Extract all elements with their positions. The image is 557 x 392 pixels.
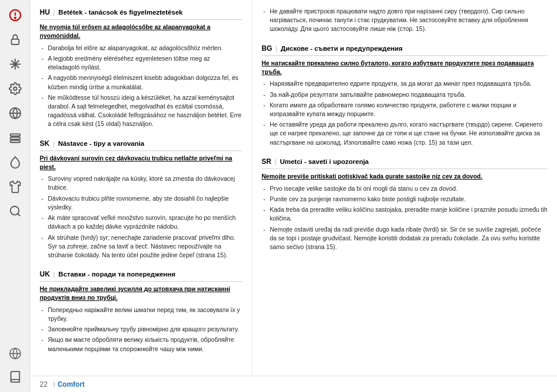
search-icon[interactable] [5,201,26,222]
section-subtitle-uk: Не прикладайте завеликі зусилля до штовх… [40,285,242,302]
svg-rect-13 [10,141,20,143]
shirt-icon[interactable] [5,176,26,197]
page-number: 22 [40,380,47,388]
storage-icon[interactable] [5,127,26,148]
section-sr: SR | Umetci - saveti i upozorenja Nemojt… [262,156,548,251]
exclamation-icon[interactable] [5,5,26,26]
svg-point-14 [10,206,19,215]
globe-icon[interactable] [5,103,26,124]
brand-name: Comfort [57,380,85,388]
lang-code-sk: SK [40,138,50,149]
section-bg: BG | Дискове - съвети и предупреждения Н… [262,43,548,147]
list-item: Не давайте пристроєві працювати надто до… [262,7,548,34]
section-uk-extra: Не давайте пристроєві працювати надто до… [262,7,548,34]
list-item: Ak strúhate (tvrdý) syr; nenechajte zari… [40,233,242,260]
svg-rect-11 [10,134,20,136]
section-sk: SK | Nástavce - tipy a varovania Pri dáv… [40,138,242,260]
bullet-list-hu: Darabolja fel előre az alapanyagokat, az… [40,44,242,129]
section-sk-header: SK | Nástavce - tipy a varovania [40,138,242,151]
water-icon[interactable] [5,152,26,173]
section-hu: HU | Betétek - tanácsok és figyelmezteté… [40,7,242,129]
section-title-sk: Nástavce - tipy a varovania [58,139,144,149]
list-item: Darabolja fel előre az alapanyagokat, az… [40,44,242,52]
lang-divider-uk: | [53,270,55,279]
bullet-list-uk-extra: Не давайте пристроєві працювати надто до… [262,7,548,34]
section-subtitle-sk: Pri dávkovaní surovín cez dávkovaciu tru… [40,154,242,171]
svg-line-15 [18,214,20,216]
section-subtitle-hu: Ne nyomja túl erősen az adagolócsőbe az … [40,23,242,40]
snowflake-icon[interactable] [5,54,26,75]
section-subtitle-bg: Не натискайте прекалено силно буталото, … [262,59,548,76]
lang-divider-bg: | [276,44,277,54]
section-subtitle-sr: Nemojte previše pritiskati potiskivač ka… [262,172,548,181]
list-item: Попередньо наріжайте великі шматки перед… [40,306,242,323]
lang-divider-sr: | [275,158,277,167]
list-item: Заповнюйте приймальну трубу рівномірно д… [40,325,242,334]
list-item: Punite cev za punjenje ravnomerno kako b… [262,195,548,204]
list-item: Не оставяйте уреда да работи прекалено д… [262,120,548,147]
bullet-list-bg: Нарязвайте предварително едрите продукти… [262,79,548,147]
footer-separator: I [53,381,55,388]
section-uk: UK | Вставки - поради та попередження Не… [40,269,242,354]
list-item: Nemojte ostaviti uređaj da radi previše … [262,225,548,252]
svg-point-8 [13,87,17,90]
main-content: HU | Betétek - tanácsok és figyelmezteté… [30,0,557,392]
list-item: Якщо ви маєте обробляти велику кількість… [40,335,242,353]
left-column: HU | Betétek - tanácsok és figyelmezteté… [30,0,252,392]
world-guarantee-icon[interactable] [5,343,26,364]
list-item: Kada treba da preradite veliku količinu … [262,205,548,223]
list-item: A legjobb eredmény eléréséhez egyenletes… [40,54,242,72]
section-bg-header: BG | Дискове - съвети и предупреждения [262,43,548,56]
right-column: Не давайте пристроєві працювати надто до… [252,0,557,392]
sidebar [0,0,30,392]
svg-point-2 [15,18,16,19]
section-title-sr: Umetci - saveti i upozorenja [280,157,368,167]
list-item: A nagyobb mennyiségű élelmiszert kisebb … [40,74,242,91]
gear-icon[interactable] [5,78,26,99]
section-hu-header: HU | Betétek - tanácsok és figyelmezteté… [40,7,242,20]
bullet-list-sr: Prvo isecajte velike sastojke da bi oni … [262,184,548,252]
bullet-list-uk: Попередньо наріжайте великі шматки перед… [40,306,242,354]
list-item: Ne működtesse túl hosszú ideig a készülé… [40,93,242,129]
lang-code-hu: HU [40,7,50,18]
list-item: За най-добри резултати запълвайте равном… [262,90,548,99]
list-item: Prvo isecajte velike sastojke da bi oni … [262,184,548,193]
list-item: Когато имате да обработвате голямо колич… [262,101,548,118]
section-title-bg: Дискове - съвети и предупреждения [281,44,403,54]
list-item: Ak máte spracovať veľké množstvo surovín… [40,214,242,231]
bullet-list-sk: Suroviny vopred nakrájajte na kúsky, kto… [40,174,242,260]
section-uk-header: UK | Вставки - поради та попередження [40,269,242,282]
lang-divider-sk: | [53,139,55,149]
section-sr-header: SR | Umetci - saveti i upozorenja [262,156,548,169]
svg-rect-12 [10,137,20,139]
section-title-hu: Betétek - tanácsok és figyelmeztetések [58,8,183,18]
list-item: Suroviny vopred nakrájajte na kúsky, kto… [40,174,242,192]
book-icon[interactable] [5,366,26,387]
list-item: Нарязвайте предварително едрите продукти… [262,79,548,88]
lang-code-sr: SR [262,156,271,167]
lang-code-uk: UK [40,269,50,279]
section-title-uk: Вставки - поради та попередження [58,270,175,279]
lang-divider-hu: | [53,8,55,18]
svg-rect-3 [11,39,19,44]
list-item: Dávkovaciu trubicu plňte rovnomerne, aby… [40,194,242,212]
lang-code-bg: BG [262,43,272,54]
lock-icon[interactable] [5,29,26,50]
footer: 22 I Comfort [30,376,557,392]
